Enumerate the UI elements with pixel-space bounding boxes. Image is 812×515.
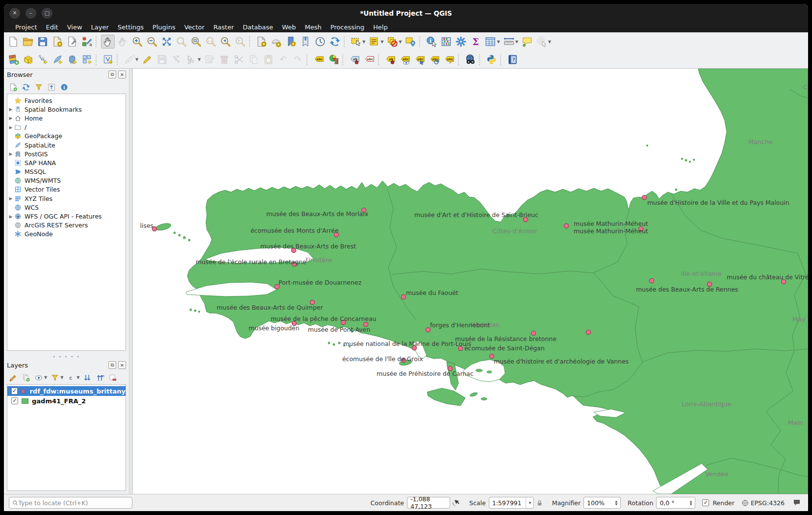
close-window-button[interactable]: ✕ — [9, 8, 20, 19]
add-selected-layers-button[interactable] — [7, 81, 19, 93]
refresh-browser-button[interactable] — [20, 81, 32, 93]
menu-layer[interactable]: Layer — [87, 23, 113, 31]
undo-button[interactable]: ↶ — [276, 53, 290, 67]
layers-float-button[interactable]: ⧉ — [108, 361, 116, 369]
toggle-editing-button[interactable] — [140, 53, 154, 67]
map-canvas[interactable]: MancheCôtes-d'ArmorFinistèreIlle-et-Vila… — [133, 69, 808, 494]
delete-selected-button[interactable] — [217, 53, 231, 67]
layer-labeling-options-button[interactable]: abc — [312, 53, 326, 67]
museum-point[interactable] — [401, 294, 406, 299]
browser-item-postgis[interactable]: ▶PostGIS — [7, 149, 126, 158]
browser-item-root[interactable]: ▶/ — [7, 123, 126, 132]
expander-icon[interactable]: ▶ — [7, 125, 14, 130]
collapse-all-layers-button[interactable] — [94, 372, 106, 384]
current-edits-button[interactable] — [122, 53, 136, 67]
show-layout-manager-button[interactable] — [65, 35, 79, 49]
extents-toggle-icon[interactable] — [452, 499, 460, 507]
layer-item-gadm41-fra-2[interactable]: ✓gadm41_FRA_2 — [7, 396, 126, 406]
browser-item-mssql[interactable]: MSSQL — [7, 168, 126, 176]
pan-map-button[interactable] — [101, 35, 115, 49]
new-3d-map-view-button[interactable] — [269, 35, 283, 49]
browser-item-arcgis-rest-servers[interactable]: ArcGIS REST Servers — [7, 221, 126, 230]
select-features-button[interactable] — [349, 35, 363, 49]
zoom-to-selection-button[interactable] — [175, 35, 188, 49]
magnifier-spin-icons[interactable]: ▲▼ — [615, 500, 617, 506]
layer-visibility-checkbox[interactable]: ✓ — [11, 388, 18, 394]
new-temporary-scratch-layer-button[interactable] — [101, 53, 115, 67]
browser-item-favorites[interactable]: Favorites — [7, 96, 126, 105]
menu-edit[interactable]: Edit — [41, 23, 62, 31]
new-geopackage-layer-button[interactable] — [21, 53, 35, 67]
new-map-view-button[interactable] — [254, 35, 268, 49]
measure-line-button[interactable] — [502, 35, 516, 49]
layer-diagram-options-button[interactable] — [327, 53, 340, 67]
filter-browser-button[interactable] — [33, 81, 45, 93]
coordinate-box[interactable]: -1,088 47,123 — [407, 497, 450, 509]
field-calculator-button[interactable] — [439, 35, 453, 49]
show-hide-labels-button[interactable]: abc — [398, 53, 412, 67]
menu-database[interactable]: Database — [238, 23, 278, 31]
move-label-button[interactable]: ab — [383, 53, 397, 67]
zoom-native-button[interactable]: 1:1 — [204, 35, 218, 49]
paste-features-button[interactable] — [261, 53, 275, 67]
deselect-features-button[interactable] — [385, 35, 399, 49]
cut-features-button[interactable] — [232, 53, 246, 67]
processing-toolbox-button[interactable] — [454, 35, 468, 49]
expander-icon[interactable]: ▶ — [7, 151, 14, 156]
museum-point[interactable] — [649, 278, 654, 283]
show-spatial-bookmarks-button[interactable] — [299, 35, 312, 49]
browser-float-button[interactable]: ⧉ — [108, 71, 116, 78]
new-mesh-layer-button[interactable] — [65, 53, 79, 67]
render-checkbox[interactable]: ✓ — [702, 499, 709, 506]
pan-to-selection-button[interactable] — [116, 35, 129, 49]
copy-features-button[interactable] — [247, 53, 260, 67]
digitize-with-segment-button[interactable] — [170, 53, 183, 67]
vertex-tool-button[interactable] — [184, 53, 198, 67]
maximize-window-button[interactable]: ▢ — [42, 8, 52, 19]
move-label-diagram-button[interactable]: abc — [413, 53, 427, 67]
change-label-properties-button[interactable]: abc — [442, 53, 456, 67]
open-project-button[interactable] — [21, 35, 35, 49]
menu-project[interactable]: Project — [11, 23, 41, 31]
browser-item-geonode[interactable]: GeoNode — [7, 230, 126, 239]
browser-item-wms-wmts[interactable]: WMS/WMTS — [7, 176, 126, 185]
lock-scale-icon[interactable] — [536, 499, 543, 507]
open-attribute-table-button[interactable] — [483, 35, 497, 49]
refresh-map-button[interactable] — [328, 35, 342, 49]
select-features-by-value-button[interactable] — [367, 35, 381, 49]
new-virtual-layer-button[interactable] — [80, 53, 94, 67]
expander-icon[interactable]: ▶ — [7, 196, 14, 201]
layer-visibility-checkbox[interactable]: ✓ — [11, 397, 18, 404]
add-group-button[interactable] — [20, 372, 32, 384]
open-layer-styling-button[interactable] — [7, 372, 19, 384]
browser-item-geopackage[interactable]: GeoPackage — [7, 132, 126, 141]
filter-legend-button[interactable] — [49, 372, 61, 384]
locator-search[interactable] — [9, 497, 132, 509]
zoom-out-button[interactable] — [145, 35, 159, 49]
scale-combo[interactable]: 1:597991▾ — [489, 497, 534, 509]
filter-legend-dropdown-icon[interactable]: ▼ — [60, 375, 63, 380]
scale-dropdown-icon[interactable]: ▾ — [526, 497, 532, 508]
menu-view[interactable]: View — [63, 23, 87, 31]
museum-point[interactable] — [642, 195, 646, 199]
properties-widget-button[interactable]: i — [58, 81, 70, 93]
redo-button[interactable]: ↷ — [291, 53, 304, 67]
zoom-next-button[interactable] — [233, 35, 247, 49]
browser-item-wfs-ogc-api-features[interactable]: ▶WWFS / OGC API - Features — [7, 212, 126, 221]
menu-mesh[interactable]: Mesh — [300, 23, 326, 31]
annotation-tool-button[interactable] — [535, 35, 549, 49]
rotation-spin-icons[interactable]: ▲▼ — [690, 500, 692, 506]
save-layer-edits-button[interactable] — [155, 53, 169, 67]
zoom-full-button[interactable] — [160, 35, 174, 49]
museum-point[interactable] — [564, 223, 568, 228]
magnifier-spinbox[interactable]: 100%▲▼ — [584, 497, 621, 509]
locator-input[interactable] — [18, 499, 129, 507]
highlight-pinned-labels-button[interactable]: abc — [362, 53, 376, 67]
menu-settings[interactable]: Settings — [113, 23, 148, 31]
deselect-features-dropdown-icon[interactable]: ▼ — [399, 40, 402, 44]
zoom-in-button[interactable] — [130, 35, 144, 49]
browser-close-button[interactable]: ✕ — [118, 71, 126, 78]
select-features-by-value-dropdown-icon[interactable]: ▼ — [381, 40, 383, 44]
metasearch-button[interactable] — [463, 53, 477, 67]
vertex-tool-dropdown-icon[interactable]: ▼ — [198, 57, 201, 62]
